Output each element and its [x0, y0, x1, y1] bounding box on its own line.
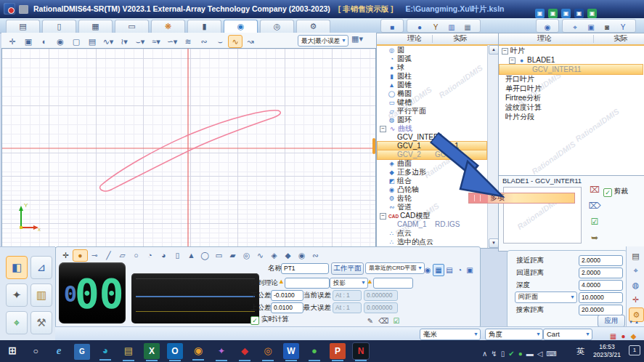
tab-render-icon[interactable]: ❋: [151, 20, 185, 33]
tree-item-circle[interactable]: ◎圆: [378, 46, 486, 55]
calibration-tool-icon[interactable]: ⊿: [30, 256, 52, 279]
wechat-icon[interactable]: ●: [306, 343, 322, 359]
alignment-axis-icon[interactable]: ⌖: [567, 21, 583, 33]
internet-explorer-icon[interactable]: e: [51, 342, 67, 358]
apply-button[interactable]: 应用: [598, 315, 625, 327]
tree-item-blade1[interactable]: −●BLADE1: [500, 55, 643, 65]
probe-view-button[interactable]: ◉: [536, 19, 559, 33]
ellipse-icon[interactable]: ◯: [198, 250, 212, 261]
word-icon[interactable]: W: [283, 343, 299, 359]
plane-combo[interactable]: 最靠近的CRD平面▼: [365, 262, 425, 274]
tree-item-pointcloud[interactable]: ∴点云: [378, 229, 486, 238]
magnifier-icon[interactable]: ◍: [629, 278, 643, 291]
section-list-item-selected[interactable]: 多项: [468, 193, 575, 204]
capture-icon[interactable]: ▤: [84, 36, 100, 47]
tree-item-cad-model[interactable]: −CADCAD模型: [378, 212, 486, 220]
chrome-icon[interactable]: ◉: [190, 342, 206, 358]
confirm-icon[interactable]: ☑: [587, 217, 602, 233]
tree-item-curve[interactable]: −∿曲线: [378, 124, 486, 133]
pan-icon[interactable]: ✛: [4, 36, 20, 47]
probe-angle-icon[interactable]: Y: [428, 21, 444, 33]
select-box-icon[interactable]: ▢: [68, 36, 84, 47]
card-mode-icon[interactable]: ▣: [465, 265, 475, 275]
probe-mode-icon[interactable]: ◉: [423, 265, 433, 275]
delete-all-icon[interactable]: ⌦: [587, 201, 602, 217]
view-cube-button[interactable]: ■: [380, 19, 404, 33]
collapse-icon[interactable]: −: [380, 213, 386, 220]
volume-icon[interactable]: ◁: [537, 350, 543, 358]
cam-icon[interactable]: ◉: [295, 250, 309, 261]
slot-icon[interactable]: ▭: [212, 250, 226, 261]
scroll-up-icon[interactable]: ▲: [489, 45, 499, 55]
tree-item-gcv1-selected[interactable]: GCV_1GCV_1: [378, 142, 486, 150]
collapse-icon[interactable]: −: [502, 48, 508, 55]
tab-report-icon[interactable]: ▦: [78, 20, 113, 33]
col-theory[interactable]: 理论: [523, 33, 566, 44]
scan-curve-active-icon[interactable]: ∿: [228, 35, 242, 48]
target-probe-icon[interactable]: ✛: [629, 293, 643, 306]
coord-combo[interactable]: Cart▼: [543, 329, 592, 340]
tree-item-gcv-inter11-selected[interactable]: GCV_INTER11: [500, 65, 643, 74]
curve-icon[interactable]: ∿: [253, 250, 267, 261]
sphere-icon[interactable]: ◕: [157, 250, 171, 261]
polygon-icon[interactable]: ◆: [281, 250, 295, 261]
surface-icon[interactable]: ◈: [267, 250, 281, 261]
tree-item-arc[interactable]: ◔圆弧: [378, 55, 486, 63]
approach-input[interactable]: 2.0000: [579, 255, 623, 266]
tree-item-surface[interactable]: ◈曲面: [378, 159, 486, 168]
feature-tree-header[interactable]: 理论 实际: [377, 33, 499, 46]
apply-check-icon[interactable]: ☑: [390, 317, 403, 325]
tree-item-gcv2-selected[interactable]: GCV_2GCV_2: [378, 150, 486, 159]
upper-tol-input[interactable]: 0.0100: [271, 302, 303, 313]
collapse-icon[interactable]: −: [380, 126, 386, 132]
lower-tol-input[interactable]: -0.0100: [271, 290, 303, 301]
tray-expand-icon[interactable]: ∧: [482, 350, 487, 358]
error-mode-combo[interactable]: 最大|最小误差 ▼: [298, 35, 349, 47]
splitter-handle[interactable]: [372, 138, 375, 154]
search-icon[interactable]: ○: [28, 343, 44, 359]
scan-section-icon[interactable]: ∾: [196, 36, 212, 47]
arc-icon[interactable]: ◔: [143, 250, 157, 261]
scan-open-icon[interactable]: ∿▾: [100, 36, 116, 47]
tree-item-cone[interactable]: ▲圆锥: [378, 81, 486, 89]
tree-item-open-blade[interactable]: 开口叶片: [500, 74, 643, 84]
actual-value[interactable]: GCV_2: [435, 150, 459, 159]
excel-icon[interactable]: X: [144, 343, 160, 359]
tree-item-group[interactable]: ◩组合: [378, 177, 486, 185]
projection-combo[interactable]: 投影▼: [330, 278, 368, 289]
scan-arc-icon[interactable]: ⌣▾: [132, 36, 148, 47]
cone-icon[interactable]: ▲: [184, 250, 198, 261]
paint-app-icon[interactable]: ✦: [213, 343, 229, 359]
tab-device-icon[interactable]: ▮: [187, 20, 221, 33]
tree-item-cadm1[interactable]: CADM_1RD.IGS: [378, 220, 486, 229]
rotate-icon[interactable]: ◐: [36, 36, 52, 47]
tree-item-blade-root[interactable]: −叶片: [500, 46, 643, 55]
tree-scrollbar[interactable]: ▲ ▼: [487, 45, 499, 248]
tree-item-slot[interactable]: ▭键槽: [378, 98, 486, 107]
point-active-icon[interactable]: ●: [73, 249, 88, 262]
tree-item-single-open-blade[interactable]: 单开口叶片: [500, 84, 643, 93]
quick-report-icon[interactable]: ▣: [561, 9, 571, 18]
clipboard-icon[interactable]: ▯: [501, 350, 505, 358]
tab-document-icon[interactable]: ▯: [42, 20, 76, 33]
scan-grid-icon[interactable]: ≋: [180, 36, 196, 47]
erase-icon[interactable]: ⌫: [377, 317, 390, 325]
units-combo[interactable]: 毫米▼: [420, 329, 481, 340]
actual-value[interactable]: GCV_1: [435, 142, 459, 150]
line-icon[interactable]: ╱: [102, 250, 115, 261]
tree-item-firtree[interactable]: Firtree分析: [500, 93, 643, 102]
edit-icon[interactable]: ✎: [364, 317, 377, 325]
blade-tree-header[interactable]: 理论 实际: [499, 33, 644, 46]
scan-edge-icon[interactable]: ∽▾: [164, 36, 180, 47]
tree-item-gcv-inter1[interactable]: GCV_INTER1: [378, 133, 486, 142]
name-input[interactable]: PT1: [281, 263, 329, 274]
notification-icon[interactable]: 1: [629, 345, 640, 355]
view-orient-icon[interactable]: ◉: [52, 36, 68, 47]
tab-print-icon[interactable]: ▤: [6, 20, 40, 33]
tree-item-blade-segment[interactable]: 叶片分段: [500, 112, 643, 121]
search-input[interactable]: 20.0000: [579, 305, 623, 315]
angle-combo[interactable]: 角度▼: [485, 329, 543, 340]
tab-view-icon[interactable]: ◎: [260, 20, 294, 33]
machine-setup-icon[interactable]: ⚒: [30, 311, 52, 334]
vector-point-icon[interactable]: ⊸: [88, 250, 102, 261]
